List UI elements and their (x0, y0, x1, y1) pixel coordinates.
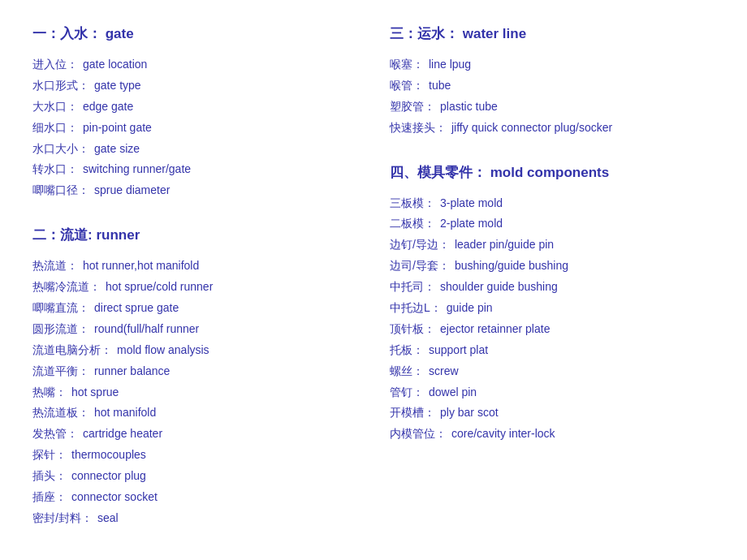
section-gate: 一：入水： gate 进入位：gate location 水口形式：gate t… (32, 24, 357, 201)
list-item: 三板模：3-plate mold (390, 193, 715, 214)
item-zh: 热流道： (32, 256, 78, 277)
section-mold-components: 四、模具零件： mold components 三板模：3-plate mold… (390, 163, 715, 446)
item-zh: 插头： (32, 466, 67, 487)
item-zh: 密封/封料： (32, 508, 93, 529)
list-item: 唧嘴口径：sprue diameter (32, 180, 357, 201)
section-mold-list: 三板模：3-plate mold 二板模：2-plate mold 边钉/导边：… (390, 193, 715, 446)
item-en: gate location (83, 54, 147, 75)
item-zh: 边钉/导边： (390, 235, 450, 256)
item-zh: 热流道板： (32, 403, 89, 424)
item-en: connector plug (71, 466, 146, 487)
section-runner-title-en: runner (96, 227, 140, 243)
list-item: 塑胶管：plastic tube (390, 97, 715, 118)
item-zh: 开模槽： (390, 403, 435, 424)
item-zh: 唧嘴直流： (32, 298, 89, 319)
section-runner: 二：流道: runner 热流道：hot runner,hot manifold… (32, 226, 357, 529)
list-item: 托板：support plat (390, 340, 715, 361)
item-en: bushing/guide bushing (455, 256, 568, 277)
item-en: 3-plate mold (440, 193, 503, 214)
list-item: 喉塞：line lpug (390, 54, 715, 75)
list-item: 内模管位：core/cavity inter-lock (390, 424, 715, 445)
list-item: 唧嘴直流：direct sprue gate (32, 298, 357, 319)
list-item: 二板模：2-plate mold (390, 213, 715, 235)
list-item: 热流道板：hot manifold (32, 403, 357, 424)
list-item: 中托边L：guide pin (390, 298, 715, 319)
item-zh: 热嘴冷流道： (32, 277, 101, 298)
list-item: 开模槽：ply bar scot (390, 403, 715, 424)
item-en: mold flow analysis (117, 340, 209, 361)
list-item: 顶针板：ejector retainner plate (390, 319, 715, 340)
list-item: 发热管：cartridge heater (32, 424, 357, 445)
item-en: thermocouples (71, 445, 146, 466)
list-item: 水口大小：gate size (32, 139, 357, 160)
section-runner-title-zh: 二：流道: (32, 227, 93, 243)
item-en: seal (97, 508, 119, 529)
list-item: 热嘴冷流道：hot sprue/cold runner (32, 277, 357, 298)
section-gate-list: 进入位：gate location 水口形式：gate type 大水口：edg… (32, 54, 357, 201)
item-en: plastic tube (440, 97, 498, 118)
item-zh: 螺丝： (390, 361, 424, 382)
item-en: ejector retainner plate (440, 319, 550, 340)
list-item: 螺丝：screw (390, 361, 715, 382)
item-zh: 三板模： (390, 193, 435, 214)
list-item: 边司/导套：bushing/guide bushing (390, 256, 715, 277)
list-item: 转水口：switching runner/gate (32, 159, 357, 180)
section-gate-title-en: gate (106, 26, 134, 41)
list-item: 密封/封料：seal (32, 508, 357, 529)
item-zh: 内模管位： (390, 424, 447, 445)
item-zh: 顶针板： (390, 319, 435, 340)
item-zh: 转水口： (32, 159, 78, 180)
item-zh: 快速接头： (390, 118, 447, 139)
item-zh: 托板： (390, 340, 424, 361)
left-column: 一：入水： gate 进入位：gate location 水口形式：gate t… (32, 24, 357, 554)
list-item: 圆形流道：round(full/half runner (32, 319, 357, 340)
item-zh: 圆形流道： (32, 319, 89, 340)
list-item: 快速接头：jiffy quick connector plug/socker (390, 118, 715, 139)
item-en: hot manifold (94, 403, 156, 424)
item-en: hot sprue (71, 382, 119, 403)
section-waterline-list: 喉塞：line lpug 喉管：tube 塑胶管：plastic tube 快速… (390, 54, 715, 139)
item-zh: 大水口： (32, 97, 78, 118)
list-item: 探针：thermocouples (32, 445, 357, 466)
list-item: 热流道：hot runner,hot manifold (32, 256, 357, 277)
list-item: 水口形式：gate type (32, 75, 357, 97)
list-item: 边钉/导边：leader pin/guide pin (390, 235, 715, 256)
item-zh: 喉塞： (390, 54, 424, 75)
section-runner-title: 二：流道: runner (32, 226, 357, 244)
section-mold-title: 四、模具零件： mold components (390, 163, 715, 182)
item-en: jiffy quick connector plug/socker (451, 118, 612, 139)
section-mold-title-en: mold components (490, 165, 609, 180)
item-en: sprue diameter (94, 180, 170, 201)
item-en: cartridge heater (83, 424, 162, 445)
list-item: 插座：connector socket (32, 487, 357, 508)
item-en: connector socket (71, 487, 158, 508)
section-mold-title-zh: 四、模具零件： (390, 165, 486, 180)
item-zh: 水口形式： (32, 75, 89, 97)
item-en: direct sprue gate (94, 298, 179, 319)
item-en: edge gate (83, 97, 133, 118)
list-item: 大水口：edge gate (32, 97, 357, 118)
item-zh: 塑胶管： (390, 97, 435, 118)
item-zh: 水口大小： (32, 139, 89, 160)
item-en: hot sprue/cold runner (106, 277, 213, 298)
section-gate-title-zh: 一：入水： (32, 26, 101, 41)
item-en: round(full/half runner (94, 319, 199, 340)
item-en: core/cavity inter-lock (451, 424, 555, 445)
item-zh: 流道平衡： (32, 361, 89, 382)
item-en: support plat (429, 340, 488, 361)
section-gate-title: 一：入水： gate (32, 24, 357, 43)
item-en: ply bar scot (440, 403, 499, 424)
list-item: 流道平衡：runner balance (32, 361, 357, 382)
item-en: gate size (94, 139, 140, 160)
item-zh: 管钉： (390, 382, 424, 403)
item-en: guide pin (447, 298, 493, 319)
item-en: switching runner/gate (83, 159, 191, 180)
item-en: 2-plate mold (440, 213, 503, 235)
item-en: runner balance (94, 361, 170, 382)
item-zh: 进入位： (32, 54, 78, 75)
item-zh: 二板模： (390, 213, 435, 235)
section-waterline: 三：运水： water line 喉塞：line lpug 喉管：tube 塑胶… (390, 24, 715, 139)
list-item: 细水口：pin-point gate (32, 118, 357, 139)
item-zh: 中托边L： (390, 298, 442, 319)
item-zh: 中托司： (390, 277, 435, 298)
